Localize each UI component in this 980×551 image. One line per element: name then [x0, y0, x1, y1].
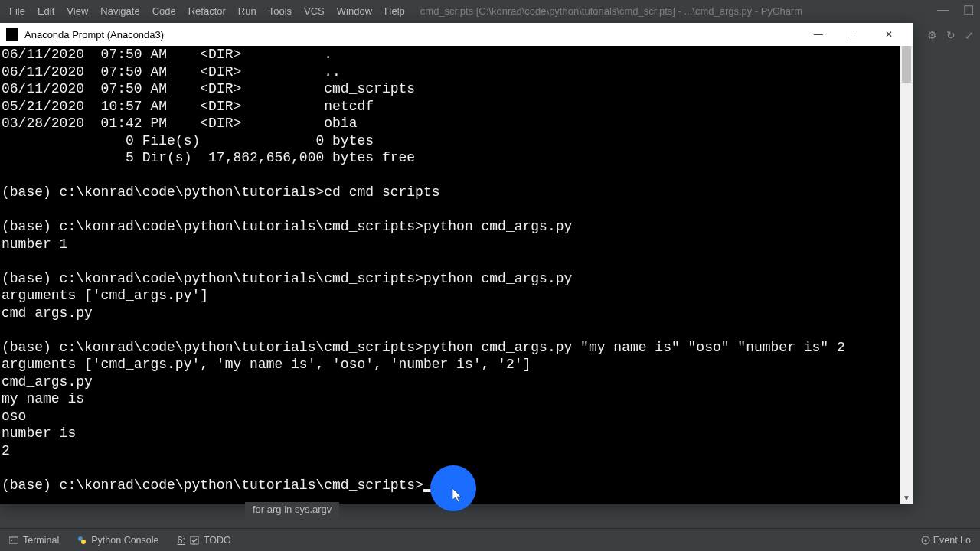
python-console-tab[interactable]: Python Console [68, 535, 168, 546]
pycharm-title: cmd_scripts [C:\konrad\code\python\tutor… [420, 5, 802, 17]
python-icon [77, 536, 87, 545]
menu-file[interactable]: File [3, 5, 31, 17]
menu-refactor[interactable]: Refactor [182, 5, 232, 17]
svg-point-5 [925, 540, 927, 542]
menu-vcs[interactable]: VCS [298, 5, 331, 17]
terminal-tab-label: Terminal [23, 535, 59, 546]
maximize-icon[interactable]: ☐ [963, 3, 974, 18]
terminal-tab[interactable]: Terminal [0, 535, 68, 546]
minimize-icon[interactable]: — [937, 3, 949, 18]
terminal-maximize-button[interactable]: ☐ [836, 23, 871, 46]
pycharm-toolbar-icons: ⚙ ↻ ⤢ [927, 29, 974, 41]
terminal-cursor [423, 489, 431, 492]
refresh-icon[interactable]: ↻ [946, 29, 956, 41]
scrollbar-thumb[interactable] [902, 46, 911, 83]
svg-rect-0 [9, 537, 18, 543]
terminal-app-icon [6, 28, 18, 41]
gear-icon[interactable]: ⚙ [927, 29, 937, 41]
terminal-icon [9, 536, 18, 545]
menu-edit[interactable]: Edit [31, 5, 60, 17]
collapse-icon[interactable]: ⤢ [965, 29, 974, 41]
menu-help[interactable]: Help [378, 5, 411, 17]
pycharm-window-controls: — ☐ [937, 3, 974, 18]
menu-run[interactable]: Run [232, 5, 263, 17]
menu-code[interactable]: Code [146, 5, 182, 17]
todo-prefix: 6: [178, 535, 185, 546]
event-log-button[interactable]: Event Lo [921, 535, 971, 546]
todo-icon [190, 536, 199, 545]
svg-point-2 [81, 540, 86, 544]
status-bar-right: Event Lo [921, 535, 980, 546]
menu-window[interactable]: Window [331, 5, 378, 17]
terminal-minimize-button[interactable]: — [801, 23, 836, 46]
scroll-down-arrow[interactable]: ▼ [900, 491, 913, 504]
terminal-titlebar[interactable]: Anaconda Prompt (Anaconda3) — ☐ ✕ [0, 23, 913, 46]
pycharm-bottom-bar: Terminal Python Console 6: TODO Event Lo [0, 528, 980, 551]
todo-tab[interactable]: 6: TODO [168, 535, 240, 546]
terminal-close-button[interactable]: ✕ [871, 23, 906, 46]
pycharm-menubar: File Edit View Navigate Code Refactor Ru… [0, 0, 980, 21]
todo-label: TODO [204, 535, 231, 546]
terminal-output[interactable]: 06/11/2020 07:50 AM <DIR> . 06/11/2020 0… [0, 46, 913, 504]
terminal-scrollbar[interactable]: ▲ ▼ [900, 46, 913, 504]
menu-navigate[interactable]: Navigate [94, 5, 145, 17]
python-console-label: Python Console [91, 535, 158, 546]
anaconda-prompt-window: Anaconda Prompt (Anaconda3) — ☐ ✕ 06/11/… [0, 23, 913, 504]
code-hint-tooltip: for arg in sys.argv [245, 502, 339, 519]
menu-view[interactable]: View [60, 5, 94, 17]
menu-tools[interactable]: Tools [263, 5, 298, 17]
terminal-title: Anaconda Prompt (Anaconda3) [24, 29, 164, 41]
